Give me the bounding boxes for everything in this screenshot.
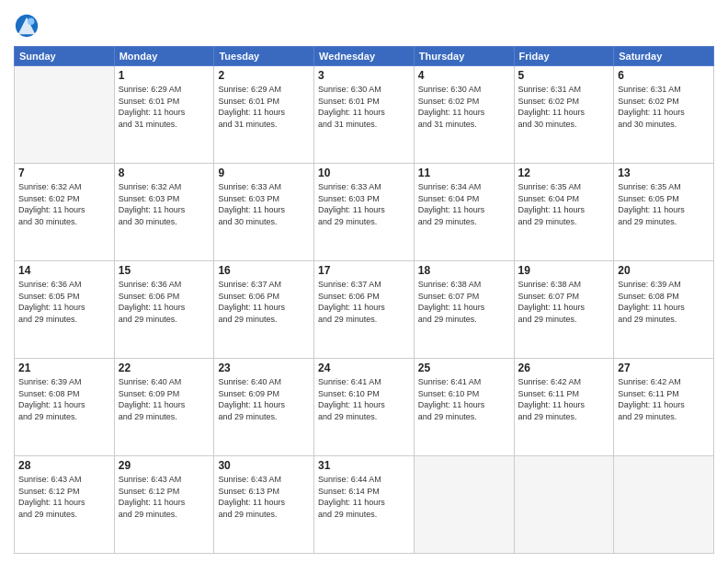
calendar-day-cell: 27Sunrise: 6:42 AMSunset: 6:11 PMDayligh… bbox=[614, 359, 714, 456]
calendar-day-cell: 15Sunrise: 6:36 AMSunset: 6:06 PMDayligh… bbox=[114, 261, 214, 359]
day-info: Sunrise: 6:32 AMSunset: 6:03 PMDaylight:… bbox=[119, 181, 210, 227]
calendar-day-cell bbox=[614, 456, 714, 554]
day-info: Sunrise: 6:35 AMSunset: 6:04 PMDaylight:… bbox=[518, 181, 610, 227]
calendar-day-cell bbox=[15, 66, 115, 164]
calendar-day-cell: 31Sunrise: 6:44 AMSunset: 6:14 PMDayligh… bbox=[314, 456, 415, 554]
logo bbox=[14, 13, 43, 39]
page: SundayMondayTuesdayWednesdayThursdayFrid… bbox=[0, 0, 728, 563]
calendar-day-cell: 9Sunrise: 6:33 AMSunset: 6:03 PMDaylight… bbox=[214, 164, 314, 261]
day-number: 22 bbox=[119, 362, 210, 374]
day-number: 20 bbox=[618, 264, 710, 277]
calendar-day-cell: 29Sunrise: 6:43 AMSunset: 6:12 PMDayligh… bbox=[114, 456, 214, 554]
day-number: 6 bbox=[618, 69, 710, 82]
day-info: Sunrise: 6:39 AMSunset: 6:08 PMDaylight:… bbox=[18, 376, 110, 422]
day-info: Sunrise: 6:37 AMSunset: 6:06 PMDaylight:… bbox=[318, 279, 410, 325]
calendar-day-header: Sunday bbox=[15, 47, 115, 66]
day-info: Sunrise: 6:43 AMSunset: 6:12 PMDaylight:… bbox=[18, 474, 110, 520]
day-number: 29 bbox=[119, 459, 210, 472]
day-number: 26 bbox=[518, 362, 610, 374]
calendar-day-header: Monday bbox=[114, 47, 214, 66]
calendar-week-row: 14Sunrise: 6:36 AMSunset: 6:05 PMDayligh… bbox=[15, 261, 714, 359]
calendar-day-cell: 28Sunrise: 6:43 AMSunset: 6:12 PMDayligh… bbox=[15, 456, 115, 554]
day-info: Sunrise: 6:38 AMSunset: 6:07 PMDaylight:… bbox=[418, 279, 510, 325]
day-number: 15 bbox=[119, 264, 210, 277]
day-info: Sunrise: 6:41 AMSunset: 6:10 PMDaylight:… bbox=[318, 376, 410, 422]
day-number: 8 bbox=[119, 167, 210, 179]
calendar-day-cell: 17Sunrise: 6:37 AMSunset: 6:06 PMDayligh… bbox=[314, 261, 415, 359]
day-number: 14 bbox=[18, 264, 110, 277]
calendar-day-header: Tuesday bbox=[214, 47, 314, 66]
calendar-day-cell: 23Sunrise: 6:40 AMSunset: 6:09 PMDayligh… bbox=[214, 359, 314, 456]
day-number: 24 bbox=[318, 362, 410, 374]
day-number: 12 bbox=[518, 167, 610, 179]
svg-point-2 bbox=[28, 18, 34, 25]
day-number: 9 bbox=[218, 167, 310, 179]
day-number: 17 bbox=[318, 264, 410, 277]
day-number: 3 bbox=[318, 69, 410, 82]
day-number: 28 bbox=[18, 459, 110, 472]
calendar-day-cell: 21Sunrise: 6:39 AMSunset: 6:08 PMDayligh… bbox=[15, 359, 115, 456]
calendar-day-header: Thursday bbox=[414, 47, 514, 66]
day-number: 4 bbox=[418, 69, 510, 82]
calendar-day-cell: 11Sunrise: 6:34 AMSunset: 6:04 PMDayligh… bbox=[414, 164, 514, 261]
calendar-day-cell: 12Sunrise: 6:35 AMSunset: 6:04 PMDayligh… bbox=[514, 164, 614, 261]
calendar-day-cell: 2Sunrise: 6:29 AMSunset: 6:01 PMDaylight… bbox=[214, 66, 314, 164]
day-info: Sunrise: 6:29 AMSunset: 6:01 PMDaylight:… bbox=[119, 84, 210, 130]
calendar-day-cell: 4Sunrise: 6:30 AMSunset: 6:02 PMDaylight… bbox=[414, 66, 514, 164]
day-info: Sunrise: 6:38 AMSunset: 6:07 PMDaylight:… bbox=[518, 279, 610, 325]
day-number: 1 bbox=[119, 69, 210, 82]
calendar-week-row: 28Sunrise: 6:43 AMSunset: 6:12 PMDayligh… bbox=[15, 456, 714, 554]
calendar-day-cell: 7Sunrise: 6:32 AMSunset: 6:02 PMDaylight… bbox=[15, 164, 115, 261]
day-number: 16 bbox=[218, 264, 310, 277]
day-info: Sunrise: 6:33 AMSunset: 6:03 PMDaylight:… bbox=[218, 181, 310, 227]
calendar-day-header: Wednesday bbox=[314, 47, 415, 66]
day-info: Sunrise: 6:36 AMSunset: 6:06 PMDaylight:… bbox=[119, 279, 210, 325]
day-number: 31 bbox=[318, 459, 410, 472]
day-number: 13 bbox=[618, 167, 710, 179]
day-info: Sunrise: 6:30 AMSunset: 6:02 PMDaylight:… bbox=[418, 84, 510, 130]
day-number: 25 bbox=[418, 362, 510, 374]
day-number: 21 bbox=[18, 362, 110, 374]
day-info: Sunrise: 6:44 AMSunset: 6:14 PMDaylight:… bbox=[318, 474, 410, 520]
calendar-day-cell bbox=[514, 456, 614, 554]
calendar-day-cell: 25Sunrise: 6:41 AMSunset: 6:10 PMDayligh… bbox=[414, 359, 514, 456]
day-number: 23 bbox=[218, 362, 310, 374]
logo-icon bbox=[14, 13, 40, 39]
calendar-week-row: 7Sunrise: 6:32 AMSunset: 6:02 PMDaylight… bbox=[15, 164, 714, 261]
day-info: Sunrise: 6:29 AMSunset: 6:01 PMDaylight:… bbox=[218, 84, 310, 130]
day-info: Sunrise: 6:42 AMSunset: 6:11 PMDaylight:… bbox=[518, 376, 610, 422]
calendar-day-cell: 30Sunrise: 6:43 AMSunset: 6:13 PMDayligh… bbox=[214, 456, 314, 554]
calendar-day-cell: 1Sunrise: 6:29 AMSunset: 6:01 PMDaylight… bbox=[114, 66, 214, 164]
day-info: Sunrise: 6:31 AMSunset: 6:02 PMDaylight:… bbox=[618, 84, 710, 130]
day-info: Sunrise: 6:35 AMSunset: 6:05 PMDaylight:… bbox=[618, 181, 710, 227]
day-info: Sunrise: 6:33 AMSunset: 6:03 PMDaylight:… bbox=[318, 181, 410, 227]
day-info: Sunrise: 6:43 AMSunset: 6:12 PMDaylight:… bbox=[119, 474, 210, 520]
calendar-day-cell: 20Sunrise: 6:39 AMSunset: 6:08 PMDayligh… bbox=[614, 261, 714, 359]
calendar-day-cell: 3Sunrise: 6:30 AMSunset: 6:01 PMDaylight… bbox=[314, 66, 415, 164]
day-number: 27 bbox=[618, 362, 710, 374]
calendar-day-cell: 8Sunrise: 6:32 AMSunset: 6:03 PMDaylight… bbox=[114, 164, 214, 261]
calendar-day-cell: 10Sunrise: 6:33 AMSunset: 6:03 PMDayligh… bbox=[314, 164, 415, 261]
day-info: Sunrise: 6:42 AMSunset: 6:11 PMDaylight:… bbox=[618, 376, 710, 422]
calendar-week-row: 21Sunrise: 6:39 AMSunset: 6:08 PMDayligh… bbox=[15, 359, 714, 456]
day-info: Sunrise: 6:39 AMSunset: 6:08 PMDaylight:… bbox=[618, 279, 710, 325]
calendar-day-header: Friday bbox=[514, 47, 614, 66]
day-info: Sunrise: 6:40 AMSunset: 6:09 PMDaylight:… bbox=[218, 376, 310, 422]
day-number: 19 bbox=[518, 264, 610, 277]
calendar-day-cell: 5Sunrise: 6:31 AMSunset: 6:02 PMDaylight… bbox=[514, 66, 614, 164]
calendar-day-cell: 26Sunrise: 6:42 AMSunset: 6:11 PMDayligh… bbox=[514, 359, 614, 456]
day-number: 5 bbox=[518, 69, 610, 82]
day-info: Sunrise: 6:40 AMSunset: 6:09 PMDaylight:… bbox=[119, 376, 210, 422]
day-number: 30 bbox=[218, 459, 310, 472]
day-number: 10 bbox=[318, 167, 410, 179]
day-info: Sunrise: 6:37 AMSunset: 6:06 PMDaylight:… bbox=[218, 279, 310, 325]
day-info: Sunrise: 6:32 AMSunset: 6:02 PMDaylight:… bbox=[18, 181, 110, 227]
calendar-week-row: 1Sunrise: 6:29 AMSunset: 6:01 PMDaylight… bbox=[15, 66, 714, 164]
calendar-day-cell: 24Sunrise: 6:41 AMSunset: 6:10 PMDayligh… bbox=[314, 359, 415, 456]
day-info: Sunrise: 6:31 AMSunset: 6:02 PMDaylight:… bbox=[518, 84, 610, 130]
calendar-header-row: SundayMondayTuesdayWednesdayThursdayFrid… bbox=[15, 47, 714, 66]
calendar-day-cell: 19Sunrise: 6:38 AMSunset: 6:07 PMDayligh… bbox=[514, 261, 614, 359]
calendar-day-cell: 14Sunrise: 6:36 AMSunset: 6:05 PMDayligh… bbox=[15, 261, 115, 359]
day-info: Sunrise: 6:36 AMSunset: 6:05 PMDaylight:… bbox=[18, 279, 110, 325]
calendar-day-header: Saturday bbox=[614, 47, 714, 66]
